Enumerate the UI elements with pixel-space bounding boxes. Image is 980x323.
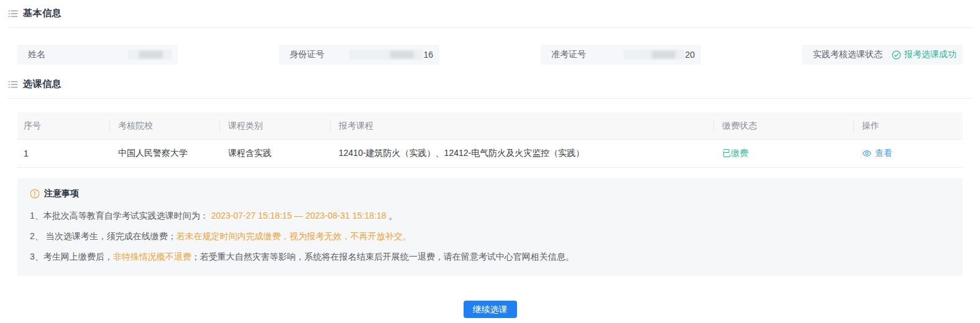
notice-title: 注意事项 bbox=[44, 188, 79, 199]
row-courses: 12410-建筑防火（实践）、12412-电气防火及火灾监控（实践） bbox=[330, 140, 713, 167]
field-selection-status-label: 实践考核选课状态 bbox=[813, 49, 882, 60]
field-id-number: 身份证号 16 bbox=[279, 45, 439, 65]
course-info-section-header: 选课信息 bbox=[8, 78, 972, 90]
field-name-value-redacted bbox=[128, 50, 172, 60]
table-row: 1 中国人民警察大学 课程含实践 12410-建筑防火（实践）、12412-电气… bbox=[17, 140, 963, 168]
notice-item-3-tail: ；若受重大自然灾害等影响，系统将在报名结束后开展统一退费，请在留意考试中心官网相… bbox=[191, 252, 574, 262]
divider bbox=[8, 98, 972, 99]
field-selection-status: 实践考核选课状态 报考选课成功 bbox=[802, 45, 963, 65]
notice-item-3: 3、考生网上缴费后，非特殊情况概不退费；若受重大自然灾害等影响，系统将在报名结束… bbox=[30, 252, 950, 261]
row-category: 课程含实践 bbox=[219, 140, 330, 167]
field-id-number-value-redacted: 16 bbox=[349, 50, 433, 60]
notice-item-1-highlight: 2023-07-27 15:18:15 — 2023-08-31 15:18:1… bbox=[211, 211, 387, 221]
notice-item-2: 2、 当次选课考生，须完成在线缴费；若未在规定时间内完成缴费，视为报考无效，不再… bbox=[30, 232, 950, 240]
header-courses: 报考课程 bbox=[330, 112, 713, 139]
row-no: 1 bbox=[17, 140, 109, 167]
list-icon bbox=[8, 80, 18, 89]
basic-info-fields: 姓名 身份证号 16 准考证号 20 实践考核选课状态 bbox=[17, 45, 963, 65]
field-ticket-number-value-redacted: 20 bbox=[623, 50, 695, 60]
header-school: 考核院校 bbox=[109, 112, 219, 139]
course-table: 序号 考核院校 课程类别 报考课程 缴费状态 操作 1 中国人民警察大学 课程含… bbox=[17, 112, 963, 168]
field-ticket-number-label: 准考证号 bbox=[551, 49, 586, 60]
field-ticket-number-suffix: 20 bbox=[685, 50, 695, 60]
page: 基本信息 姓名 身份证号 16 准考证号 20 实践考核选课状态 bbox=[0, 0, 980, 323]
notice-title-row: 注意事项 bbox=[30, 188, 950, 199]
header-no: 序号 bbox=[17, 112, 109, 139]
course-table-header-row: 序号 考核院校 课程类别 报考课程 缴费状态 操作 bbox=[17, 112, 963, 140]
notice-item-1-text: 1、本批次高等教育自学考试实践选课时间为： bbox=[30, 211, 211, 221]
status-badge: 报考选课成功 bbox=[892, 49, 956, 60]
basic-info-title: 基本信息 bbox=[23, 7, 62, 19]
header-action: 操作 bbox=[853, 112, 963, 139]
notice-item-3-highlight: 非特殊情况概不退费 bbox=[113, 252, 191, 262]
course-info-title: 选课信息 bbox=[23, 78, 62, 90]
view-link-label: 查看 bbox=[875, 148, 892, 159]
field-name-label: 姓名 bbox=[28, 49, 45, 60]
field-name: 姓名 bbox=[17, 45, 178, 65]
continue-selection-button[interactable]: 继续选课 bbox=[464, 301, 517, 318]
list-icon bbox=[8, 9, 18, 19]
notice-item-2-highlight: 若未在规定时间内完成缴费，视为报考无效，不再开放补交。 bbox=[176, 231, 411, 241]
row-payment-status: 已缴费 bbox=[713, 140, 853, 167]
basic-info-section-header: 基本信息 bbox=[8, 0, 972, 19]
field-id-number-suffix: 16 bbox=[423, 50, 433, 60]
notice-item-1-tail: 。 bbox=[386, 211, 397, 221]
header-category: 课程类别 bbox=[219, 112, 330, 139]
row-action: 查看 bbox=[853, 140, 963, 167]
view-link[interactable]: 查看 bbox=[862, 148, 892, 159]
divider bbox=[8, 27, 972, 28]
notice-item-1: 1、本批次高等教育自学考试实践选课时间为： 2023-07-27 15:18:1… bbox=[30, 211, 950, 220]
field-id-number-label: 身份证号 bbox=[290, 49, 324, 60]
header-payment-status: 缴费状态 bbox=[713, 112, 853, 139]
field-ticket-number: 准考证号 20 bbox=[541, 45, 701, 65]
warning-icon bbox=[30, 189, 40, 199]
notice-panel: 注意事项 1、本批次高等教育自学考试实践选课时间为： 2023-07-27 15… bbox=[17, 178, 963, 276]
check-circle-icon bbox=[892, 50, 901, 60]
status-badge-text: 报考选课成功 bbox=[904, 49, 956, 60]
row-school: 中国人民警察大学 bbox=[109, 140, 219, 167]
eye-icon bbox=[862, 148, 872, 158]
notice-item-2-text: 2、 当次选课考生，须完成在线缴费； bbox=[30, 231, 176, 241]
notice-item-3-text: 3、考生网上缴费后， bbox=[30, 252, 113, 262]
footer: 继续选课 bbox=[8, 301, 972, 318]
